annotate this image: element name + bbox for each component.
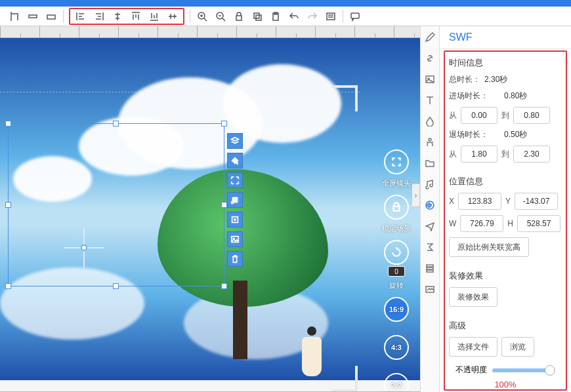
rail-folder-icon[interactable] — [423, 156, 437, 170]
opacity-value: 100% — [449, 380, 562, 389]
selection-box[interactable] — [8, 123, 224, 286]
settings-list-icon[interactable] — [322, 9, 340, 24]
panel-title: SWF — [440, 26, 571, 49]
selection-mini-toolbar — [227, 133, 243, 267]
scene-figure — [299, 326, 325, 385]
rail-sum-icon[interactable] — [423, 240, 437, 254]
canvas-scene[interactable]: 全屏镜头 锁定场景 0 旋转 16:9 4:3 ?:? — [0, 38, 420, 380]
anchor-crosshair[interactable] — [71, 235, 97, 261]
handle-tm[interactable] — [113, 121, 119, 127]
aspect-ratio-button[interactable]: 原始比例关联宽高 — [449, 237, 529, 257]
handle-bl[interactable] — [5, 283, 11, 289]
align-left-icon[interactable] — [72, 9, 90, 24]
handle-tr[interactable] — [221, 121, 227, 127]
handle-ml[interactable] — [5, 202, 11, 208]
to-label-2: 到 — [501, 149, 509, 160]
enter-duration-value: 0.80秒 — [504, 90, 527, 102]
ratio-16-9-button[interactable]: 16:9 — [384, 297, 409, 322]
canvas-area[interactable]: 全屏镜头 锁定场景 0 旋转 16:9 4:3 ?:? — [0, 26, 420, 392]
align-bottom-icon[interactable] — [145, 9, 163, 24]
decoration-button[interactable]: 装修效果 — [449, 287, 497, 307]
top-toolbar — [0, 7, 571, 26]
exit-duration-value: 0.50秒 — [504, 129, 527, 140]
advanced-section-title: 高级 — [449, 320, 562, 332]
rail-text-icon[interactable] — [423, 93, 437, 108]
rail-music-icon[interactable] — [423, 177, 437, 191]
svg-rect-22 — [427, 270, 433, 272]
tool-crop-v-icon[interactable] — [5, 9, 24, 24]
mini-fit-icon[interactable] — [227, 212, 243, 227]
rotate-button[interactable] — [384, 240, 409, 265]
svg-rect-11 — [233, 198, 238, 203]
zoom-in-icon[interactable] — [193, 9, 211, 24]
handle-mr[interactable] — [221, 202, 227, 208]
opacity-label: 不透明度 — [455, 364, 487, 376]
svg-rect-4 — [236, 16, 242, 20]
undo-icon[interactable] — [285, 9, 303, 24]
w-label: W — [449, 219, 456, 228]
rail-link-icon[interactable] — [423, 51, 437, 66]
x-input[interactable] — [458, 193, 501, 210]
rail-flash-icon[interactable] — [423, 198, 437, 212]
handle-tl[interactable] — [5, 121, 11, 127]
align-center-h-icon[interactable] — [108, 9, 127, 24]
w-input[interactable] — [460, 215, 503, 232]
svg-rect-15 — [394, 206, 400, 211]
ratio-4-3-button[interactable]: 4:3 — [384, 335, 409, 360]
y-input[interactable] — [515, 193, 558, 210]
align-right-icon[interactable] — [90, 9, 108, 24]
copy-icon[interactable] — [248, 9, 266, 24]
to-label-1: 到 — [501, 110, 509, 121]
exit-to-input[interactable] — [513, 146, 550, 163]
lock-scene-button[interactable] — [384, 195, 409, 220]
align-center-v-icon[interactable] — [163, 9, 182, 24]
mini-image-icon[interactable] — [227, 231, 243, 247]
crop-corner-br — [331, 366, 358, 392]
mini-fill-icon[interactable] — [227, 153, 243, 168]
mini-expand-icon[interactable] — [227, 172, 243, 188]
handle-bm[interactable] — [113, 283, 119, 289]
preview-button[interactable]: 浏览 — [501, 337, 534, 357]
time-section-title: 时间信息 — [449, 57, 562, 69]
rotate-label: 旋转 — [389, 281, 404, 290]
choose-file-button[interactable]: 选择文件 — [449, 337, 497, 357]
handle-br[interactable] — [221, 283, 227, 289]
fullscreen-lens-label: 全屏镜头 — [382, 178, 411, 188]
enter-to-input[interactable] — [513, 107, 550, 124]
lock-icon[interactable] — [230, 9, 248, 24]
exit-from-input[interactable] — [461, 146, 497, 163]
tool-crop-h-icon[interactable] — [24, 9, 42, 24]
mini-layers-icon[interactable] — [227, 133, 243, 149]
fullscreen-lens-button[interactable] — [384, 149, 409, 174]
enter-from-input[interactable] — [461, 107, 497, 124]
align-top-icon[interactable] — [127, 9, 145, 24]
rail-image-icon[interactable] — [423, 72, 437, 87]
rail-stack-icon[interactable] — [423, 261, 437, 275]
tool-rect-icon[interactable] — [42, 9, 60, 24]
rail-pencil-icon[interactable] — [423, 30, 437, 45]
svg-rect-20 — [427, 265, 433, 267]
mini-delete-icon[interactable] — [227, 251, 243, 267]
svg-point-18 — [429, 138, 431, 141]
rail-person-icon[interactable] — [423, 135, 437, 149]
paste-icon[interactable] — [266, 9, 285, 24]
zoom-out-icon[interactable] — [211, 9, 230, 24]
rail-gallery-icon[interactable] — [423, 282, 437, 296]
ruler-horizontal — [0, 26, 420, 38]
canvas-float-controls: 全屏镜头 锁定场景 0 旋转 16:9 4:3 ?:? — [378, 149, 415, 392]
x-label: X — [449, 197, 454, 206]
redo-icon[interactable] — [303, 9, 322, 24]
position-section-title: 位置信息 — [449, 176, 562, 187]
opacity-slider[interactable] — [492, 368, 555, 372]
ratio-custom-button[interactable]: ?:? — [384, 373, 409, 392]
rail-drop-icon[interactable] — [423, 114, 437, 128]
properties-panel: SWF 时间信息 总时长： 2.30秒 进场时长： 0.80秒 从 到 — [440, 26, 571, 392]
rail-plane-icon[interactable] — [423, 219, 437, 233]
mini-bring-front-icon[interactable] — [227, 192, 243, 208]
y-label: Y — [505, 197, 511, 206]
comment-icon[interactable] — [346, 9, 364, 24]
panel-collapse-handle[interactable]: › — [412, 184, 420, 207]
h-input[interactable] — [517, 215, 560, 232]
h-label: H — [507, 219, 513, 228]
exit-duration-label: 退场时长： — [449, 129, 488, 140]
